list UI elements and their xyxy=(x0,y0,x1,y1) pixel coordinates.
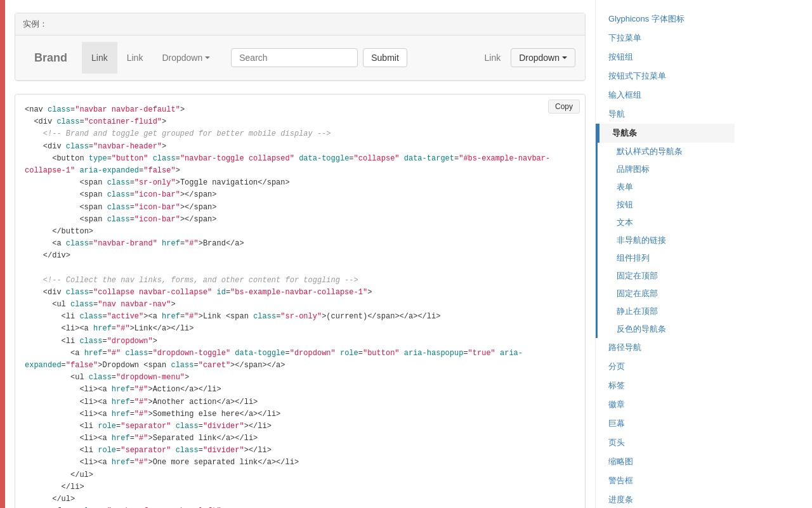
sidebar-item-dropdowns[interactable]: 下拉菜单 xyxy=(596,29,735,48)
main-content: 实例： Brand Link Link Dropdown Submit xyxy=(5,0,595,508)
sidebar-item-pagination[interactable]: 分页 xyxy=(596,357,735,376)
sidebar-subitem-navbar-fixed-bottom[interactable]: 固定在底部 xyxy=(598,285,735,303)
sidebar-active-group: 导航条 默认样式的导航条 品牌图标 表单 按钮 文本 非导航的链接 组件排列 固… xyxy=(596,124,735,338)
sidebar-subitem-navbar-inverted[interactable]: 反色的导航条 xyxy=(598,320,735,338)
right-dropdown-caret-icon xyxy=(562,56,567,59)
dropdown-caret-icon xyxy=(205,56,210,59)
code-section: Copy <nav class="navbar navbar-default">… xyxy=(15,94,586,508)
nav-right-link[interactable]: Link xyxy=(479,49,506,67)
sidebar-item-jumbotron[interactable]: 巨幕 xyxy=(596,414,735,433)
search-input[interactable] xyxy=(231,48,358,67)
nav-links: Link Link Dropdown xyxy=(82,42,219,74)
left-accent-bar xyxy=(0,0,5,508)
nav-link-active[interactable]: Link xyxy=(82,42,117,74)
sidebar-subitem-navbar-buttons[interactable]: 按钮 xyxy=(598,196,735,214)
nav-form: Submit xyxy=(231,48,407,67)
copy-button[interactable]: Copy xyxy=(548,100,580,114)
sidebar-subitem-navbar-brand[interactable]: 品牌图标 xyxy=(598,160,735,178)
sidebar-item-badges[interactable]: 徽章 xyxy=(596,395,735,414)
navbar-preview: Brand Link Link Dropdown Submit Link xyxy=(15,36,585,81)
sidebar-item-progress[interactable]: 进度条 xyxy=(596,490,735,508)
nav-brand[interactable]: Brand xyxy=(25,42,77,74)
nav-right: Link Dropdown xyxy=(479,48,575,67)
code-block: <nav class="navbar navbar-default"> <div… xyxy=(15,94,585,508)
sidebar-subitem-navbar-links[interactable]: 非导航的链接 xyxy=(598,231,735,249)
sidebar-item-navs[interactable]: 导航 xyxy=(596,105,735,124)
sidebar-item-input-groups[interactable]: 输入框组 xyxy=(596,86,735,105)
sidebar-subitem-navbar-static-top[interactable]: 静止在顶部 xyxy=(598,303,735,320)
sidebar-subitem-navbar-text[interactable]: 文本 xyxy=(598,214,735,231)
right-sidebar: Glyphicons 字体图标 下拉菜单 按钮组 按钮式下拉菜单 输入框组 导航… xyxy=(595,0,735,508)
sidebar-subitem-navbar-default[interactable]: 默认样式的导航条 xyxy=(598,143,735,160)
sidebar-item-thumbnails[interactable]: 缩略图 xyxy=(596,452,735,471)
nav-link-second[interactable]: Link xyxy=(117,42,153,74)
right-dropdown-label: Dropdown xyxy=(519,53,560,63)
sidebar-item-button-groups[interactable]: 按钮组 xyxy=(596,48,735,67)
nav-right-dropdown-button[interactable]: Dropdown xyxy=(511,48,575,67)
dropdown-label: Dropdown xyxy=(162,53,202,63)
sidebar-item-glyphicons[interactable]: Glyphicons 字体图标 xyxy=(596,10,735,29)
nav-dropdown-button[interactable]: Dropdown xyxy=(152,43,219,72)
example-label: 实例： xyxy=(15,13,585,36)
sidebar-item-alerts[interactable]: 警告框 xyxy=(596,471,735,490)
sidebar-item-breadcrumbs[interactable]: 路径导航 xyxy=(596,338,735,357)
sidebar-item-button-dropdowns[interactable]: 按钮式下拉菜单 xyxy=(596,67,735,86)
sidebar-item-labels[interactable]: 标签 xyxy=(596,376,735,395)
sidebar-subitem-navbar-component[interactable]: 组件排列 xyxy=(598,249,735,267)
sidebar-subitem-navbar-fixed-top[interactable]: 固定在顶部 xyxy=(598,267,735,285)
submit-button[interactable]: Submit xyxy=(363,48,407,67)
sidebar-item-page-header[interactable]: 页头 xyxy=(596,433,735,452)
example-section: 实例： Brand Link Link Dropdown Submit xyxy=(15,13,586,81)
sidebar-item-navbar[interactable]: 导航条 xyxy=(598,124,735,143)
sidebar-subitem-navbar-forms[interactable]: 表单 xyxy=(598,178,735,196)
